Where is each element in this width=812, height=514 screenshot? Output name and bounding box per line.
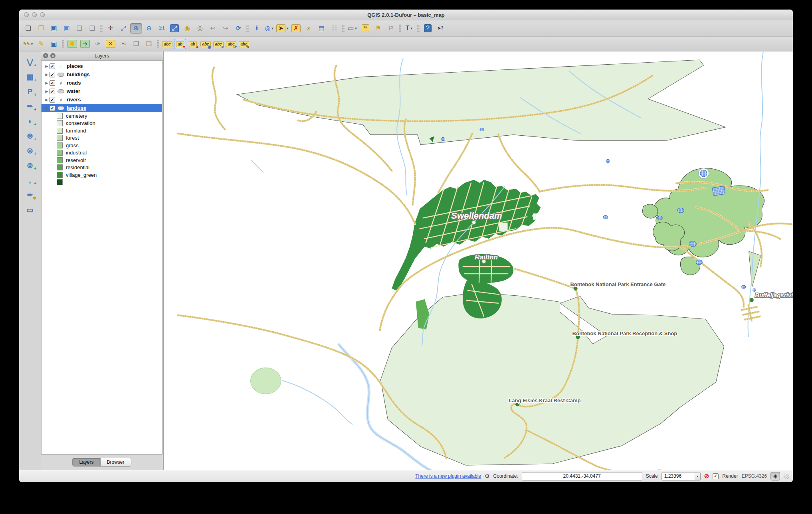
layer-visibility-checkbox[interactable]: ✓ xyxy=(50,72,55,77)
attribute-table-icon[interactable]: ▤ xyxy=(315,23,327,34)
zoom-full-icon[interactable]: ⤢ xyxy=(168,23,180,34)
identify-icon[interactable]: ℹ xyxy=(251,23,263,34)
add-delimited-text-icon[interactable]: ,+ xyxy=(23,174,37,186)
resize-grip[interactable] xyxy=(784,474,789,479)
legend-item-unlabeled[interactable] xyxy=(42,179,162,186)
tab-browser[interactable]: Browser xyxy=(100,458,131,466)
tab-layers[interactable]: Layers xyxy=(73,458,100,466)
label-rotate-icon[interactable]: abc⟳ xyxy=(225,39,237,49)
map-tips-icon[interactable]: ❝ xyxy=(359,23,371,34)
expand-arrow-icon[interactable]: ▶ xyxy=(44,98,50,102)
save-project-icon[interactable]: ▣ xyxy=(48,23,60,34)
zoom-out-icon[interactable]: ⊖ xyxy=(143,23,155,34)
legend-item-reservoir[interactable]: reservoir xyxy=(42,156,162,164)
map-canvas[interactable]: SwellendamRailtonBuffeljagsrivierBontebo… xyxy=(163,51,793,470)
add-wcs-layer-icon[interactable]: ⊜+ xyxy=(23,145,37,156)
close-window-button[interactable] xyxy=(24,12,29,17)
select-features-icon[interactable]: ➤▼ xyxy=(276,23,289,34)
legend-item-residential[interactable]: residential xyxy=(42,164,162,172)
add-spatialite-layer-icon[interactable]: ✒+ xyxy=(23,101,37,112)
expand-arrow-icon[interactable]: ▶ xyxy=(44,73,50,77)
label-properties-icon[interactable]: abc✎ xyxy=(238,39,250,49)
zoom-to-selection-icon[interactable]: ◉ xyxy=(181,23,193,34)
new-bookmark-icon[interactable]: ⚑ xyxy=(372,23,384,34)
legend-item-forest[interactable]: forest xyxy=(42,134,162,142)
expand-arrow-icon[interactable]: ▶ xyxy=(44,64,50,68)
node-tool-icon[interactable]: ✑ xyxy=(92,39,104,49)
label-pin-icon[interactable]: ab● xyxy=(174,39,186,49)
scale-combo[interactable]: 1:23396 ▼ xyxy=(661,472,701,480)
pan-to-selection-icon[interactable]: ⤢ xyxy=(117,23,129,34)
paste-features-icon[interactable]: ❑ xyxy=(143,39,155,49)
field-calculator-icon[interactable]: ☷ xyxy=(328,23,340,34)
add-wms-layer-icon[interactable]: ⊛+ xyxy=(23,130,37,141)
composer-manager-icon[interactable]: ❑ xyxy=(86,23,98,34)
select-by-expression-icon[interactable]: ε xyxy=(303,23,315,34)
legend-item-grass[interactable]: grass xyxy=(42,142,162,149)
new-project-icon[interactable]: ❏ xyxy=(22,23,34,34)
new-composer-icon[interactable]: ❏ xyxy=(73,23,85,34)
minimize-window-button[interactable] xyxy=(32,12,37,17)
layer-row-rivers[interactable]: ▶✓∨rivers xyxy=(42,95,162,104)
pan-map-icon[interactable]: ✛ xyxy=(105,23,117,34)
show-bookmarks-icon[interactable]: ⚐ xyxy=(385,23,397,34)
stop-rendering-icon[interactable]: ⊘ xyxy=(704,472,709,480)
legend-item-farmland[interactable]: farmland xyxy=(42,127,162,134)
open-project-icon[interactable]: ❐ xyxy=(35,23,47,34)
layer-visibility-checkbox[interactable]: ✓ xyxy=(50,97,55,103)
label-move-icon[interactable]: abc➜ xyxy=(212,39,224,49)
deselect-features-icon[interactable]: ✗ xyxy=(290,23,302,34)
toggle-editing-icon[interactable]: ✎ xyxy=(35,39,47,49)
label-visibility-icon[interactable]: abc◉ xyxy=(200,39,212,49)
plugin-available-link[interactable]: There is a new plugin available xyxy=(415,473,481,479)
add-raster-layer-icon[interactable]: ▦+ xyxy=(23,71,37,82)
legend-item-cemetery[interactable]: cemetery xyxy=(42,112,162,120)
zoom-in-icon[interactable]: ⊕ xyxy=(130,23,142,34)
scale-dropdown-icon[interactable]: ▼ xyxy=(695,472,700,480)
add-postgis-layer-icon[interactable]: P+ xyxy=(23,86,37,97)
expand-arrow-icon[interactable]: ▶ xyxy=(44,89,50,93)
zoom-next-icon[interactable]: ↪ xyxy=(220,23,232,34)
plugin-icon[interactable]: ⚙ xyxy=(485,473,490,479)
text-annotation-icon[interactable]: T▼ xyxy=(403,23,415,34)
zoom-to-layer-icon[interactable]: ◎ xyxy=(194,23,206,34)
copy-features-icon[interactable]: ❐ xyxy=(130,39,142,49)
add-feature-icon[interactable]: ✱ xyxy=(66,39,78,49)
save-project-as-icon[interactable]: ▣ xyxy=(61,23,73,34)
layer-visibility-checkbox[interactable]: ✓ xyxy=(50,63,55,69)
current-edits-icon[interactable]: ✎✎▼ xyxy=(22,39,34,49)
help-icon[interactable]: ? xyxy=(422,23,434,34)
panel-close-icon[interactable]: ✕ xyxy=(43,53,48,58)
zoom-window-button[interactable] xyxy=(40,12,45,17)
label-settings-icon[interactable]: abc xyxy=(161,39,173,49)
measure-icon[interactable]: ▭▼ xyxy=(347,23,358,34)
render-checkbox[interactable]: ✓ xyxy=(713,473,719,479)
coordinate-input[interactable]: 20.4431,-34.0477 xyxy=(522,472,642,480)
layer-row-landuse[interactable]: ▼✓landuse xyxy=(42,104,162,112)
layer-visibility-checkbox[interactable]: ✓ xyxy=(50,80,55,86)
crs-globe-icon[interactable]: ◉ xyxy=(770,472,780,480)
cut-features-icon[interactable]: ✂ xyxy=(117,39,129,49)
delete-selected-icon[interactable]: ✕ xyxy=(105,39,117,49)
save-layer-edits-icon[interactable]: ▣ xyxy=(48,39,60,49)
refresh-icon[interactable]: ⟳ xyxy=(232,23,244,34)
add-mssql-layer-icon[interactable]: ◗+ xyxy=(23,115,37,127)
add-vector-layer-icon[interactable]: ⋁+ xyxy=(23,56,37,67)
new-spatialite-layer-icon[interactable]: ✒✱ xyxy=(23,189,37,200)
legend-item-conservation[interactable]: conservation xyxy=(42,120,162,127)
legend-item-industrial[interactable]: industrial xyxy=(42,149,162,157)
layer-row-buildings[interactable]: ▶✓buildings xyxy=(42,70,162,79)
feature-action-icon[interactable]: ◎▼ xyxy=(263,23,275,34)
layer-row-places[interactable]: ▶✓∴places xyxy=(42,62,162,70)
zoom-native-icon[interactable]: 1:1 xyxy=(156,23,168,34)
expand-arrow-icon[interactable]: ▶ xyxy=(44,81,50,85)
label-pin-hold-icon[interactable]: ab● xyxy=(187,39,199,49)
move-feature-icon[interactable]: ➜ xyxy=(79,39,91,49)
zoom-last-icon[interactable]: ↩ xyxy=(207,23,219,34)
expand-arrow-icon[interactable]: ▼ xyxy=(44,106,50,110)
layer-visibility-checkbox[interactable]: ✓ xyxy=(50,105,55,111)
whats-this-icon[interactable]: ➤? xyxy=(434,23,446,34)
panel-float-icon[interactable]: ⧉ xyxy=(50,53,55,58)
layer-visibility-checkbox[interactable]: ✓ xyxy=(50,89,55,94)
layer-row-water[interactable]: ▶✓water xyxy=(42,87,162,95)
